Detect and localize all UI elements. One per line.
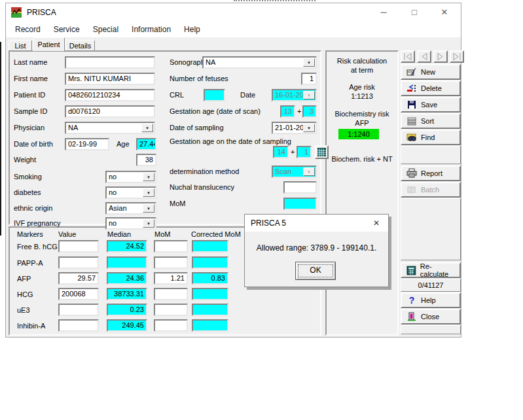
diabetes-label: diabetes bbox=[14, 188, 41, 196]
sampling-date-select[interactable]: 21-01-2026 ▼ bbox=[272, 122, 317, 134]
close-button[interactable]: Close bbox=[401, 309, 461, 324]
marker-mom-field[interactable]: 1.21 bbox=[154, 272, 188, 285]
last-name-field[interactable] bbox=[65, 56, 155, 69]
ethnic-origin-select[interactable]: Asian ▼ bbox=[105, 202, 156, 215]
nav-next-button[interactable] bbox=[433, 50, 448, 63]
chevron-down-icon[interactable]: ▼ bbox=[143, 173, 154, 181]
first-name-label: First name bbox=[14, 75, 48, 82]
screen-edge-artifact bbox=[0, 42, 1, 236]
nav-last-button[interactable] bbox=[450, 50, 464, 63]
ga-sampling-label: Gestation age on the date of sampling bbox=[170, 137, 291, 145]
nav-prev-button[interactable] bbox=[417, 50, 431, 63]
marker-value-field[interactable] bbox=[58, 256, 99, 269]
fetuses-field[interactable]: 1 bbox=[301, 73, 317, 85]
patient-id-label: Patient ID bbox=[14, 91, 45, 99]
chevron-down-icon[interactable]: ▼ bbox=[143, 219, 154, 228]
marker-value-field[interactable] bbox=[58, 319, 99, 332]
sort-stack-icon bbox=[406, 116, 417, 126]
nav-first-button[interactable] bbox=[401, 50, 415, 63]
save-button[interactable]: Save bbox=[401, 97, 461, 113]
marker-median-field: 38733.31 bbox=[107, 288, 147, 300]
printer-icon bbox=[406, 168, 417, 179]
nt-field[interactable] bbox=[283, 181, 317, 194]
marker-value-field[interactable] bbox=[58, 240, 99, 253]
dialog-close-icon[interactable]: ✕ bbox=[367, 215, 386, 232]
marker-mom-field[interactable] bbox=[154, 256, 188, 269]
marker-corrected-field bbox=[192, 319, 228, 332]
menu-service[interactable]: Service bbox=[47, 25, 86, 34]
batch-button: Batch bbox=[401, 182, 461, 198]
chevron-down-icon[interactable]: ▼ bbox=[303, 124, 315, 132]
delete-button[interactable]: Delete bbox=[401, 80, 461, 96]
screen: PRISCA ─ □ ✕ Record Service Special Info… bbox=[0, 0, 523, 420]
ok-button[interactable]: OK bbox=[295, 262, 336, 280]
button-column-spacer bbox=[401, 146, 461, 164]
chevron-down-icon[interactable]: ▼ bbox=[141, 124, 153, 132]
weight-field[interactable]: 38 bbox=[136, 154, 156, 166]
sonographer-select[interactable]: NA ▼ bbox=[202, 56, 317, 69]
mom-field[interactable] bbox=[283, 198, 317, 210]
sample-id-field[interactable]: d0076120 bbox=[65, 105, 155, 118]
recalculate-button[interactable]: Re-calculate bbox=[401, 262, 461, 278]
help-button[interactable]: ? Help bbox=[401, 292, 461, 308]
menu-special[interactable]: Special bbox=[86, 25, 125, 34]
smoking-label: Smoking bbox=[14, 173, 42, 181]
chevron-down-icon[interactable]: ▼ bbox=[303, 58, 315, 67]
sort-button[interactable]: Sort bbox=[401, 113, 461, 129]
marker-name: PAPP-A bbox=[17, 259, 43, 267]
menu-help[interactable]: Help bbox=[177, 25, 207, 34]
marker-corrected-field bbox=[192, 304, 228, 316]
find-button[interactable]: Find bbox=[401, 130, 461, 145]
marker-name: Free B. hCG bbox=[17, 243, 58, 251]
crl-field[interactable] bbox=[204, 89, 225, 101]
new-button[interactable]: New bbox=[401, 64, 461, 80]
patient-id-field[interactable]: 0482601210234 bbox=[65, 89, 155, 101]
marker-mom-field[interactable] bbox=[154, 240, 188, 253]
next-record-icon bbox=[436, 53, 445, 60]
marker-mom-field[interactable] bbox=[154, 319, 188, 332]
marker-value-field[interactable]: 200068 bbox=[58, 288, 99, 300]
smoking-select[interactable]: no ▼ bbox=[105, 171, 156, 183]
close-window-button[interactable]: ✕ bbox=[430, 3, 459, 22]
minimize-button[interactable]: ─ bbox=[369, 3, 398, 22]
risk-title-line1: Risk calculation bbox=[327, 57, 397, 65]
marker-mom-field[interactable] bbox=[154, 304, 188, 316]
method-label: determination method bbox=[170, 167, 239, 175]
ga-scan-weeks-field: 13 bbox=[280, 105, 295, 118]
ga-sampling-plus: + bbox=[291, 148, 295, 156]
tab-patient[interactable]: Patient bbox=[33, 37, 65, 51]
help-icon: ? bbox=[406, 295, 417, 306]
dob-label: Date of birth bbox=[14, 140, 53, 148]
ethnic-origin-value: Asian bbox=[109, 204, 127, 212]
fetuses-label: Number of fetuses bbox=[170, 75, 228, 82]
menu-record[interactable]: Record bbox=[9, 25, 47, 34]
markers-header-mom: MoM bbox=[154, 230, 170, 238]
menu-information[interactable]: Information bbox=[125, 25, 177, 34]
first-name-field[interactable]: Mrs. NITU KUMARI bbox=[65, 73, 155, 85]
record-counter: 0/41127 bbox=[401, 279, 461, 292]
tab-details[interactable]: Details bbox=[65, 40, 95, 51]
chevron-down-icon[interactable]: ▼ bbox=[143, 204, 154, 213]
crl-label: CRL bbox=[170, 91, 184, 99]
method-select: Scan ▼ bbox=[272, 166, 317, 178]
diabetes-select[interactable]: no ▼ bbox=[105, 186, 156, 199]
screen-top-artifact bbox=[234, 0, 316, 1]
tab-list[interactable]: List bbox=[9, 40, 32, 51]
physician-select[interactable]: NA ▼ bbox=[65, 122, 155, 134]
batch-icon bbox=[406, 184, 417, 195]
marker-value-field[interactable] bbox=[58, 304, 99, 316]
dob-field[interactable]: 02-19-99 bbox=[65, 138, 109, 150]
marker-value-field[interactable]: 29.57 bbox=[58, 272, 99, 285]
sort-button-label: Sort bbox=[421, 117, 434, 125]
weight-label: Weight bbox=[14, 156, 36, 164]
sampling-date-label: Date of sampling bbox=[170, 124, 224, 131]
calendar-grid-icon bbox=[317, 148, 326, 156]
ivf-value: no bbox=[109, 219, 117, 227]
ivf-select[interactable]: no ▼ bbox=[105, 217, 156, 230]
report-button[interactable]: Report bbox=[401, 166, 461, 181]
marker-mom-field[interactable] bbox=[154, 288, 188, 300]
app-icon bbox=[11, 7, 22, 18]
chevron-down-icon[interactable]: ▼ bbox=[143, 188, 154, 197]
markers-header-value: Value bbox=[58, 230, 76, 238]
maximize-button[interactable]: □ bbox=[400, 3, 429, 22]
